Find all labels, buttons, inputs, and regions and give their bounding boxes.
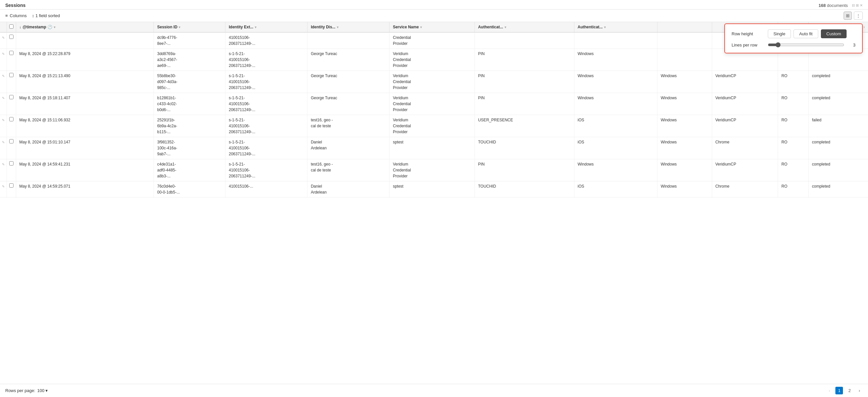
table-cell: c4de31a1-adf0-4485-a8b3-... xyxy=(154,159,225,181)
table-cell: dc9b-4776-8ee7-... xyxy=(154,32,225,49)
table-cell: George Tureac xyxy=(307,71,390,93)
clock-icon: 🕐 xyxy=(48,25,52,29)
auto-fit-button[interactable]: Auto fit xyxy=(794,29,818,38)
th-col8[interactable] xyxy=(657,22,712,32)
table-cell: RO xyxy=(778,71,809,93)
table-cell: sptest xyxy=(390,137,475,159)
table-cell: Windows xyxy=(574,159,657,181)
row-checkbox[interactable] xyxy=(9,51,13,55)
table-cell: iOS xyxy=(574,181,657,198)
custom-button[interactable]: Custom xyxy=(821,29,847,38)
expand-row-icon: ✎ xyxy=(2,96,5,100)
th-identity-dis[interactable]: Identity Dis... ▾ xyxy=(307,22,390,32)
table-cell: Windows xyxy=(657,181,712,198)
table-cell xyxy=(7,159,16,181)
columns-icon: ≡ xyxy=(5,13,8,18)
table-cell: Chrome xyxy=(712,137,778,159)
table-cell: 3f981352-100c-416a-9ab7-... xyxy=(154,137,225,159)
table-cell: TOUCHID xyxy=(474,181,574,198)
grid-view-button[interactable]: ⊞ xyxy=(844,11,852,20)
table-cell: George Tureac xyxy=(307,49,390,71)
table-cell: PIN xyxy=(474,49,574,71)
row-checkbox[interactable] xyxy=(9,73,13,77)
lines-per-row-slider[interactable] xyxy=(768,42,844,48)
slider-container: 3 xyxy=(768,42,856,48)
expand-row-icon: ✎ xyxy=(2,52,5,56)
table-cell: s-1-5-21-410015106-2063711249-... xyxy=(225,137,307,159)
table-row: ✎May 8, 2024 @ 15:01:10.1473f981352-100c… xyxy=(0,137,868,159)
row-checkbox[interactable] xyxy=(9,95,13,99)
chevron-down-icon: ▾ xyxy=(420,25,422,29)
th-identity-ext[interactable]: Identity Ext... ▾ xyxy=(225,22,307,32)
table-cell: iOS xyxy=(574,137,657,159)
th-service-name[interactable]: Service Name ▾ xyxy=(390,22,475,32)
table-cell: 76c0d4e0-00-0-1db5-... xyxy=(154,181,225,198)
th-session-id[interactable]: Session ID ▾ xyxy=(154,22,225,32)
table-cell: VeridiumCP xyxy=(712,115,778,137)
sort-desc-icon: ↓ xyxy=(20,25,22,29)
toolbar-left: ≡ Columns ↕ 1 field sorted xyxy=(5,13,60,18)
expand-row-icon: ✎ xyxy=(2,118,5,122)
table-cell: Windows xyxy=(574,49,657,71)
table-cell: 3dd8769a-a3c2-4567-ae69-... xyxy=(154,49,225,71)
expand-row-icon: ✎ xyxy=(2,163,5,166)
table-cell: Windows xyxy=(574,71,657,93)
expand-header xyxy=(0,22,7,32)
th-timestamp[interactable]: ↓ @timestamp 🕐 ▾ xyxy=(16,22,154,32)
page-title: Sessions xyxy=(5,3,25,8)
row-checkbox[interactable] xyxy=(9,117,13,121)
table-cell: May 8, 2024 @ 15:11:06.932 xyxy=(16,115,154,137)
table-cell: May 8, 2024 @ 14:59:41.231 xyxy=(16,159,154,181)
table-cell: May 8, 2024 @ 15:18:11.407 xyxy=(16,93,154,115)
columns-button[interactable]: ≡ Columns xyxy=(5,13,27,18)
table-cell: Windows xyxy=(657,93,712,115)
table-row: ✎May 8, 2024 @ 15:18:11.407b12861b1-c433… xyxy=(0,93,868,115)
table-cell: s-1-5-21-410015106-2063711249-... xyxy=(225,93,307,115)
table-cell: George Tureac xyxy=(307,93,390,115)
table-cell: b12861b1-c433-4c02-b0d6-... xyxy=(154,93,225,115)
table-cell: CredentialProvider xyxy=(390,32,475,49)
table-cell: USER_PRESENCE xyxy=(474,115,574,137)
table-cell: PIN xyxy=(474,71,574,93)
single-button[interactable]: Single xyxy=(768,29,791,38)
th-auth2[interactable]: Authenticat... ▾ xyxy=(574,22,657,32)
expand-col-icon: › xyxy=(863,25,865,29)
table-cell: VeridiumCP xyxy=(712,71,778,93)
table-cell xyxy=(7,181,16,198)
th-auth1[interactable]: Authenticat... ▾ xyxy=(474,22,574,32)
row-height-options: Single Auto fit Custom xyxy=(768,29,856,38)
checkbox-header[interactable] xyxy=(7,22,16,32)
chevron-down-icon: ▾ xyxy=(604,25,606,29)
lines-per-row-row: Lines per row 3 xyxy=(732,42,856,48)
column-view-button[interactable]: ⋮ xyxy=(854,11,863,20)
row-height-popup: Row height Single Auto fit Custom Lines … xyxy=(724,23,863,53)
grid-icon: ⊞ xyxy=(846,13,849,18)
table-cell xyxy=(574,32,657,49)
chevron-down-icon: ▾ xyxy=(255,25,256,29)
table-cell: PIN xyxy=(474,93,574,115)
chevron-down-icon: ▾ xyxy=(337,25,338,29)
table-cell: completed xyxy=(808,137,868,159)
table-cell xyxy=(16,32,154,49)
row-checkbox[interactable] xyxy=(9,139,13,143)
table-cell: VeridiumCredentialProvider xyxy=(390,159,475,181)
row-checkbox[interactable] xyxy=(9,161,13,166)
table-cell xyxy=(7,93,16,115)
table-cell: TOUCHID xyxy=(474,137,574,159)
table-cell xyxy=(657,32,712,49)
table-row: ✎May 8, 2024 @ 14:59:25.07176c0d4e0-00-0… xyxy=(0,181,868,198)
expand-row-icon: ✎ xyxy=(2,140,5,144)
row-checkbox[interactable] xyxy=(9,183,13,188)
table-cell: test16, geo -cal de teste xyxy=(307,115,390,137)
table-cell: completed xyxy=(808,93,868,115)
table-row: ✎May 8, 2024 @ 15:21:13.49055b8be30-d097… xyxy=(0,71,868,93)
chevron-down-icon: ▾ xyxy=(54,25,55,29)
table-cell: DanielArdelean xyxy=(307,181,390,198)
expand-row-icon: ✎ xyxy=(2,185,5,188)
table-cell: Windows xyxy=(657,115,712,137)
table-cell: Windows xyxy=(574,93,657,115)
row-checkbox[interactable] xyxy=(9,35,13,39)
table-cell xyxy=(657,49,712,71)
table-cell xyxy=(307,32,390,49)
select-all-checkbox[interactable] xyxy=(9,24,13,29)
